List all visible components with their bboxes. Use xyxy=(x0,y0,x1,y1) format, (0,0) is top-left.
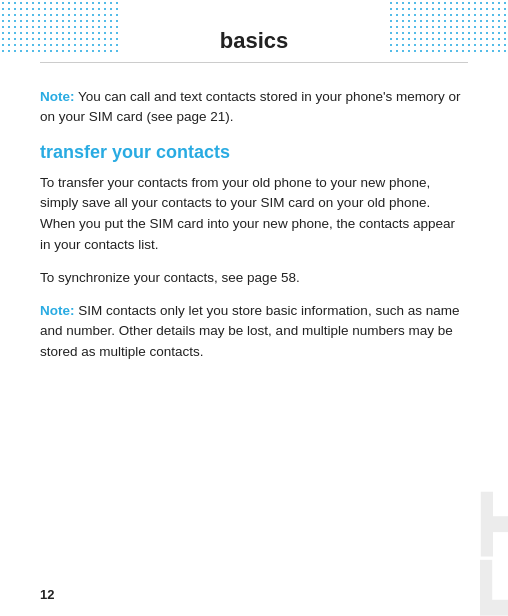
note-text-1: You can call and text contacts stored in… xyxy=(40,89,461,124)
note-label-2: Note: xyxy=(40,303,75,318)
pixel-pattern-left xyxy=(0,0,120,52)
note-block-1: Note: You can call and text contacts sto… xyxy=(40,87,468,128)
draft-watermark: DRAFT xyxy=(455,493,509,617)
header-area: basics xyxy=(0,0,508,62)
page-container: basics Note: You can call and text conta… xyxy=(0,0,508,616)
body-paragraph-2: To synchronize your contacts, see page 5… xyxy=(40,268,468,289)
note-text-2: SIM contacts only let you store basic in… xyxy=(40,303,459,359)
page-title: basics xyxy=(220,28,289,54)
section-heading: transfer your contacts xyxy=(40,142,468,163)
header-rule xyxy=(40,62,468,63)
page-number: 12 xyxy=(40,587,54,602)
note-block-2: Note: SIM contacts only let you store ba… xyxy=(40,301,468,362)
body-paragraph-1: To transfer your contacts from your old … xyxy=(40,173,468,257)
content-area: Note: You can call and text contacts sto… xyxy=(0,75,508,396)
pixel-pattern-right xyxy=(388,0,508,52)
note-label-1: Note: xyxy=(40,89,75,104)
